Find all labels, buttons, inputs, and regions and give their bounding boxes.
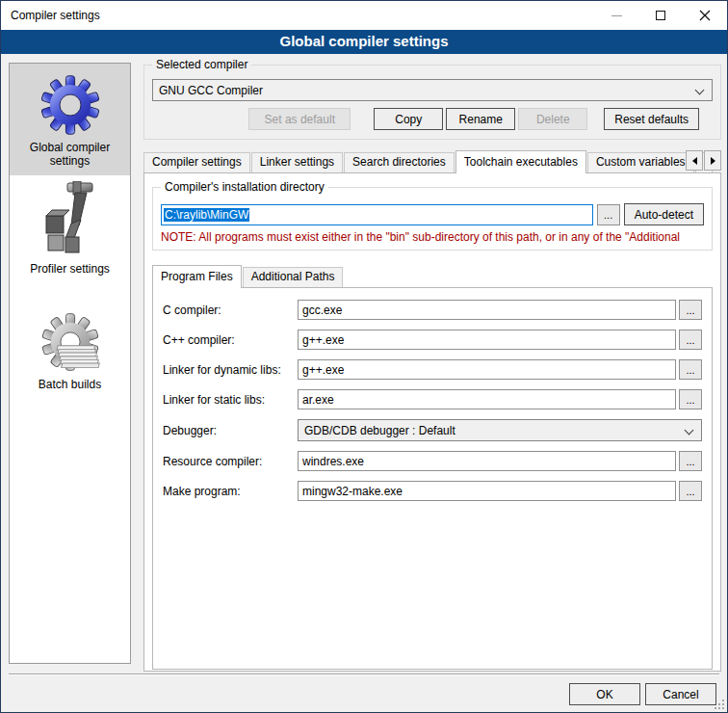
make-program-input[interactable] [298,481,676,501]
settings-category-list: Global compiler settings Profiler settin… [9,63,131,664]
delete-button[interactable]: Delete [518,108,587,130]
maximize-icon [656,11,665,20]
resource-compiler-row: Resource compiler: ... [163,451,702,471]
program-files-tab-strip: Program Files Additional Paths [152,264,713,287]
installation-directory-browse-button[interactable]: ... [597,204,620,225]
chevron-down-icon [685,426,694,436]
tab-scroll-right-button[interactable] [704,150,721,171]
linker-static-browse-button[interactable]: ... [679,389,702,409]
tab-additional-paths[interactable]: Additional Paths [243,267,344,287]
minimize-button[interactable] [594,1,638,30]
resource-compiler-browse-button[interactable]: ... [679,451,702,471]
close-icon [699,10,711,21]
tab-linker-settings[interactable]: Linker settings [251,152,343,172]
caliper-icon [39,181,102,258]
sidebar-item-batch-builds[interactable]: Batch builds [10,283,130,399]
reset-defaults-button[interactable]: Reset defaults [604,108,699,130]
sidebar-item-global-compiler-settings[interactable]: Global compiler settings [10,64,130,175]
debugger-row: Debugger: GDB/CDB debugger : Default [163,419,702,441]
linker-static-input[interactable] [298,389,676,409]
linker-dynamic-row: Linker for dynamic libs: ... [163,359,702,380]
tab-toolchain-executables[interactable]: Toolchain executables [455,150,586,173]
make-program-browse-button[interactable]: ... [679,481,702,501]
tab-scroll-left-button[interactable] [686,150,703,171]
cpp-compiler-input[interactable] [298,330,676,350]
debugger-value: GDB/CDB debugger : Default [304,424,455,437]
page-title: Global compiler settings [1,30,727,54]
rename-button[interactable]: Rename [446,108,515,130]
tab-compiler-settings[interactable]: Compiler settings [143,152,250,172]
cpp-compiler-row: C++ compiler: ... [163,330,702,350]
tab-scroll-arrows [685,150,721,171]
resource-compiler-input[interactable] [298,451,676,471]
linker-dynamic-input[interactable] [298,359,676,380]
selected-compiler-value: GNU GCC Compiler [159,84,263,97]
debugger-label: Debugger: [163,424,298,437]
c-compiler-browse-button[interactable]: ... [679,300,702,320]
installation-directory-value: C:\raylib\MinGW [164,208,249,222]
toolchain-executables-page: Compiler's installation directory C:\ray… [143,172,721,672]
copy-button[interactable]: Copy [374,108,443,130]
main-panel: Selected compiler GNU GCC Compiler Set a… [143,59,721,672]
sidebar-item-label: Global compiler settings [12,141,128,168]
c-compiler-row: C compiler: ... [163,300,702,320]
ok-button[interactable]: OK [569,683,640,705]
installation-directory-row: C:\raylib\MinGW ... Auto-detect [161,203,704,225]
linker-static-label: Linker for static libs: [163,393,298,407]
debugger-dropdown[interactable]: GDB/CDB debugger : Default [298,419,702,441]
installation-directory-group: Compiler's installation directory C:\ray… [152,187,713,251]
settings-tab-strip: Compiler settings Linker settings Search… [143,149,721,172]
title-bar: Compiler settings [1,1,727,30]
auto-detect-button[interactable]: Auto-detect [624,203,704,225]
tab-search-directories[interactable]: Search directories [344,152,455,172]
window-controls [594,1,727,30]
installation-directory-legend: Compiler's installation directory [161,180,328,194]
close-button[interactable] [683,1,727,30]
cancel-button[interactable]: Cancel [645,683,716,705]
cpp-compiler-browse-button[interactable]: ... [679,330,702,350]
linker-dynamic-browse-button[interactable]: ... [679,359,702,380]
resource-compiler-label: Resource compiler: [163,455,298,468]
tab-custom-variables[interactable]: Custom variables [587,152,694,172]
compiler-settings-dialog: Compiler settings Global compiler settin… [0,0,728,713]
cpp-compiler-label: C++ compiler: [163,333,298,347]
set-as-default-button[interactable]: Set as default [248,108,351,130]
resize-grip-icon[interactable] [715,700,724,709]
blue-gear-icon [39,73,102,137]
sidebar-item-label: Profiler settings [30,262,110,276]
linker-static-row: Linker for static libs: ... [163,389,702,409]
chevron-down-icon [695,86,705,95]
program-files-page: C compiler: ... C++ compiler: ... [152,287,713,670]
linker-dynamic-label: Linker for dynamic libs: [163,363,298,377]
selected-compiler-dropdown[interactable]: GNU GCC Compiler [152,79,713,101]
maximize-button[interactable] [638,1,683,30]
make-program-row: Make program: ... [163,481,702,501]
compiler-buttons-row: Set as default Copy Rename Delete Reset … [152,108,713,130]
sidebar-item-profiler-settings[interactable]: Profiler settings [10,175,130,283]
make-program-label: Make program: [163,485,298,498]
arrow-right-icon [711,157,715,165]
footer-divider [9,673,719,675]
arrow-left-icon [692,157,697,165]
c-compiler-input[interactable] [298,300,676,320]
gray-gear-stack-icon [39,310,102,374]
selected-compiler-group: Selected compiler GNU GCC Compiler Set a… [143,65,721,140]
sidebar-item-label: Batch builds [39,378,101,391]
minimize-icon [611,15,622,16]
c-compiler-label: C compiler: [163,304,298,317]
bin-subdirectory-note: NOTE: All programs must exist either in … [161,230,704,244]
tab-program-files[interactable]: Program Files [152,265,242,288]
selected-compiler-legend: Selected compiler [152,58,251,71]
program-files-notebook: Program Files Additional Paths C compile… [152,264,713,670]
window-title: Compiler settings [1,9,100,22]
installation-directory-input[interactable]: C:\raylib\MinGW [161,204,593,225]
